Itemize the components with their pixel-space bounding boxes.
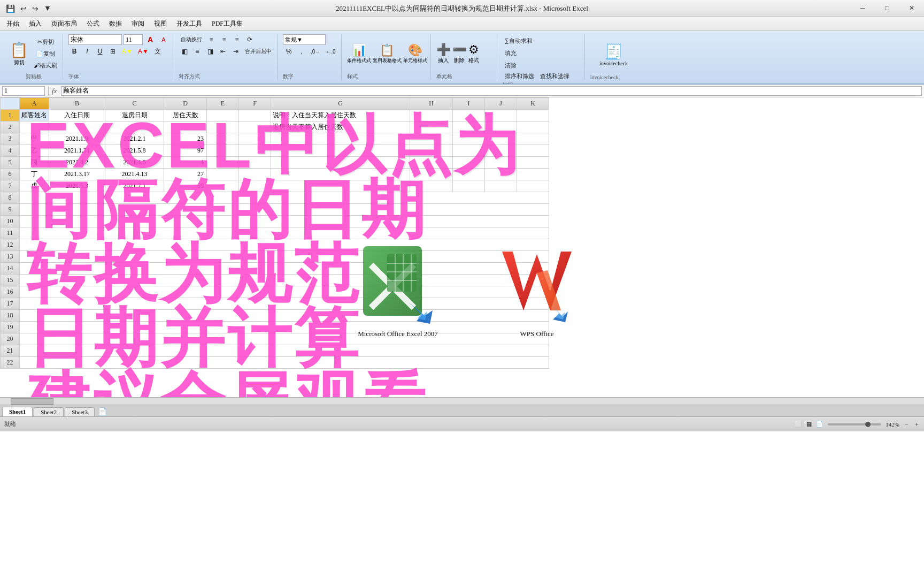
col-header-K[interactable]: K (517, 98, 549, 110)
cell-B4[interactable]: 2021.1.31 (49, 145, 105, 157)
cell-D6[interactable]: 27 (164, 169, 207, 180)
sheet-tab-3[interactable]: Sheet3 (65, 407, 95, 416)
col-header-B[interactable]: B (49, 98, 105, 110)
table-format-button[interactable]: 📋 套用表格格式 (373, 43, 402, 64)
cell-E3[interactable] (207, 133, 239, 145)
col-header-H[interactable]: H (410, 98, 453, 110)
cell-H1[interactable] (410, 110, 453, 121)
cell-B1[interactable]: 入住日期 (49, 110, 105, 121)
italic-button[interactable]: I (81, 46, 93, 57)
col-header-D[interactable]: D (164, 98, 207, 110)
cell-F5[interactable] (239, 157, 271, 169)
add-sheet-button[interactable]: 📄 (98, 407, 107, 416)
quick-access-toolbar[interactable]: 💾 ↩ ↪ ▼ (0, 0, 57, 17)
menu-page-layout[interactable]: 页面布局 (47, 18, 81, 29)
cell-H5[interactable] (410, 157, 453, 169)
cell-J2[interactable] (485, 121, 517, 133)
fill-color-button[interactable]: A▼ (120, 46, 135, 57)
delete-cell-button[interactable]: ➖ 删除 (452, 43, 467, 64)
find-select-button[interactable]: 查找和选择 (538, 71, 572, 81)
row-header-2[interactable]: 2 (1, 121, 20, 133)
zoom-minus-button[interactable]: － (904, 420, 910, 428)
cell-I6[interactable] (453, 169, 485, 180)
cell-E2[interactable] (207, 121, 239, 133)
cell-B7[interactable]: 2021.5.3 (49, 180, 105, 192)
window-controls[interactable]: ─ □ ✕ (850, 0, 924, 17)
cell-K1[interactable] (517, 110, 549, 121)
cell-I1[interactable] (453, 110, 485, 121)
insert-cell-button[interactable]: ➕ 插入 (436, 43, 451, 64)
menu-insert[interactable]: 插入 (25, 18, 46, 29)
name-box[interactable]: 1 (2, 86, 45, 96)
cell-J1[interactable] (485, 110, 517, 121)
view-page-icon[interactable]: 📄 (816, 421, 823, 428)
bottom-align-button[interactable]: ≡ (231, 34, 243, 45)
align-left-button[interactable]: ◧ (179, 46, 190, 57)
col-header-J[interactable]: J (485, 98, 517, 110)
percent-button[interactable]: % (283, 46, 295, 57)
decimal-dec-button[interactable]: ←.0 (324, 46, 337, 57)
cell-K7[interactable] (517, 180, 549, 192)
paste-button[interactable]: 📋 剪切 (7, 40, 30, 67)
comma-button[interactable]: , (296, 46, 307, 57)
cell-D2[interactable] (164, 121, 207, 133)
cell-H7[interactable] (410, 180, 453, 192)
autosum-button[interactable]: ∑自动求和 (503, 35, 535, 46)
menu-formula[interactable]: 公式 (82, 18, 104, 29)
cell-B3[interactable]: 2021.1.9 (49, 133, 105, 145)
copy-button[interactable]: 📄 复制 (32, 48, 59, 59)
cell-D4[interactable]: 97 (164, 145, 207, 157)
menu-start[interactable]: 开始 (2, 18, 24, 29)
cell-C5[interactable]: 2021.4.6 (105, 157, 164, 169)
chinese-format-button[interactable]: 文 (152, 46, 164, 57)
cell-I3[interactable] (453, 133, 485, 145)
formula-input[interactable] (61, 86, 922, 96)
col-header-I[interactable]: I (453, 98, 485, 110)
horizontal-scrollbar[interactable] (0, 397, 924, 405)
cut-button[interactable]: ✂ 剪切 (32, 36, 59, 47)
zoom-plus-button[interactable]: ＋ (914, 420, 920, 428)
cell-K2[interactable] (517, 121, 549, 133)
cell-D5[interactable]: 4 (164, 157, 207, 169)
cell-K5[interactable] (517, 157, 549, 169)
cell-C4[interactable]: 2021.5.8 (105, 145, 164, 157)
cell-E6[interactable] (207, 169, 239, 180)
bold-button[interactable]: B (68, 46, 80, 57)
cell-G1[interactable]: 说明：入住当天算入居住天数 (271, 110, 410, 121)
cell-J7[interactable] (485, 180, 517, 192)
wrap-text-button[interactable]: 自动换行 (179, 34, 204, 45)
scrollbar-thumb[interactable] (11, 398, 53, 405)
menu-review[interactable]: 审阅 (127, 18, 149, 29)
col-header-E[interactable]: E (207, 98, 239, 110)
align-right-button[interactable]: ◨ (204, 46, 216, 57)
redo-button[interactable]: ↪ (30, 3, 40, 14)
cell-G7[interactable] (271, 180, 410, 192)
undo-button[interactable]: ↩ (19, 3, 28, 14)
row-header-5[interactable]: 5 (1, 157, 20, 169)
cell-B6[interactable]: 2021.3.17 (49, 169, 105, 180)
cell-F3[interactable] (239, 133, 271, 145)
number-format-box[interactable]: 常规▼ (283, 34, 326, 45)
angle-button[interactable]: ⟳ (244, 34, 256, 45)
cell-F7[interactable] (239, 180, 271, 192)
cell-J6[interactable] (485, 169, 517, 180)
cell-H3[interactable] (410, 133, 453, 145)
save-button[interactable]: 💾 (4, 3, 17, 14)
format-painter-button[interactable]: 🖌 格式刷 (32, 60, 59, 71)
cell-B2[interactable] (49, 121, 105, 133)
cell-D1[interactable]: 居住天数 (164, 110, 207, 121)
cell-E4[interactable] (207, 145, 239, 157)
view-normal-icon[interactable]: ⬜ (795, 421, 802, 428)
col-header-G[interactable]: G (271, 98, 410, 110)
cell-K3[interactable] (517, 133, 549, 145)
align-center-button[interactable]: ≡ (191, 46, 203, 57)
cell-I2[interactable] (453, 121, 485, 133)
cell-H6[interactable] (410, 169, 453, 180)
cell-G6[interactable] (271, 169, 410, 180)
cell-E7[interactable] (207, 180, 239, 192)
cell-style-button[interactable]: 🎨 单元格样式 (403, 43, 427, 64)
fill-button[interactable]: 填充 (503, 48, 519, 58)
cell-E5[interactable] (207, 157, 239, 169)
cell-A1[interactable]: 顾客姓名 (20, 110, 49, 121)
cell-G2[interactable]: 退房当天不算入居住天数 (271, 121, 410, 133)
